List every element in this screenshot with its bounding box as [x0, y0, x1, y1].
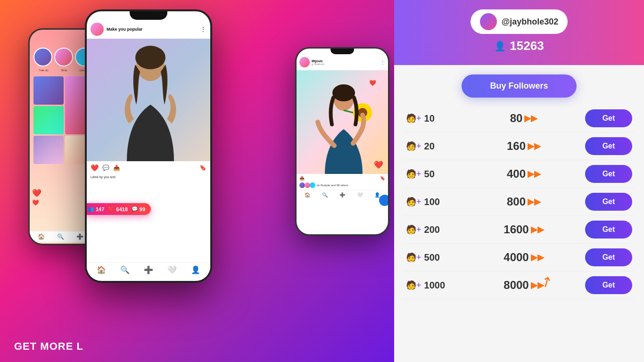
- package-row: 🧑+ 10 80 ▶▶ Get: [404, 105, 635, 132]
- price-number: 1600: [504, 223, 528, 236]
- count-number: 20: [424, 141, 435, 152]
- price-number: 400: [507, 167, 526, 181]
- price-col: 80 ▶▶: [462, 112, 585, 125]
- right-panel: @jaybhole302 👤 15263 Buy Followers 🧑+ 10…: [394, 0, 644, 362]
- right-liked: sh Rudyak and 98 others: [317, 184, 348, 187]
- stat-comments: 99: [140, 206, 145, 212]
- get-button[interactable]: Get: [585, 276, 632, 294]
- svg-point-2: [135, 46, 165, 69]
- person-add-icon: 🧑+: [406, 169, 421, 179]
- buy-followers-button[interactable]: Buy Followers: [462, 74, 576, 98]
- person-add-icon: 🧑+: [406, 224, 421, 235]
- package-count: 🧑+ 10: [406, 113, 462, 124]
- price-col: 400 ▶▶: [462, 167, 585, 181]
- package-count: 🧑+ 50: [406, 169, 462, 180]
- phone-main: Make you popular ⋮: [85, 9, 212, 283]
- package-row: 🧑+ 1000 8000 ▶▶ Get: [404, 272, 635, 299]
- price-number: 80: [510, 112, 523, 125]
- price-arrow-icon: ▶▶: [531, 224, 544, 235]
- price-col: 1600 ▶▶: [462, 223, 585, 236]
- price-col: 8000 ▶▶: [462, 279, 585, 292]
- package-row: 🧑+ 200 1600 ▶▶ Get: [404, 216, 635, 244]
- package-count: 🧑+ 1000: [406, 280, 462, 291]
- stats-bubble: 👥 147 ❤️ 6418 💬 99: [85, 203, 151, 215]
- price-arrow-icon: ▶▶: [524, 113, 537, 123]
- profile-username: @jaybhole302: [502, 17, 559, 27]
- follower-count: 15263: [510, 39, 544, 53]
- follower-count-row: 👤 15263: [494, 39, 544, 53]
- post-liked: Liked by you and: [87, 174, 210, 180]
- stat-followers: 147: [96, 206, 104, 212]
- get-button[interactable]: Get: [585, 137, 632, 155]
- svg-point-7: [332, 84, 355, 101]
- package-count: 🧑+ 100: [406, 197, 462, 207]
- right-header: @jaybhole302 👤 15263: [394, 0, 644, 65]
- right-phone-username: Mijovic: [312, 59, 324, 63]
- price-col: 4000 ▶▶: [462, 251, 585, 264]
- post-username: Make you popular: [107, 27, 143, 32]
- get-more-label: GET MORE L: [14, 340, 83, 353]
- count-number: 500: [424, 252, 440, 263]
- person-add-icon: 🧑+: [406, 197, 421, 207]
- left-panel: Fake city DiLite User2909 ❤️ ❤️: [0, 0, 394, 362]
- price-col: 800 ▶▶: [462, 195, 585, 208]
- price-col: 160 ▶▶: [462, 140, 585, 153]
- package-count: 🧑+ 20: [406, 141, 462, 152]
- get-button[interactable]: Get: [585, 193, 632, 211]
- count-number: 100: [424, 197, 440, 207]
- price-arrow-icon: ▶▶: [528, 141, 541, 151]
- packages-list: 🧑+ 10 80 ▶▶ Get 🧑+ 20 160 ▶▶ Get 🧑+ 50: [394, 102, 644, 299]
- person-add-icon: 🧑+: [406, 113, 421, 123]
- package-count: 🧑+ 500: [406, 252, 462, 263]
- profile-avatar: [480, 13, 497, 30]
- price-number: 4000: [504, 251, 528, 264]
- package-row: 🧑+ 50 400 ▶▶ Get: [404, 160, 635, 188]
- get-button[interactable]: Get: [585, 165, 632, 183]
- follower-icon: 👤: [494, 41, 506, 52]
- package-row: 🧑+ 100 800 ▶▶ Get: [404, 188, 635, 216]
- package-row: 🧑+ 500 4000 ▶▶ Get: [404, 244, 635, 272]
- package-count: 🧑+ 200: [406, 224, 462, 235]
- right-phone-location: g Stadium: [312, 63, 324, 66]
- person-add-icon: 🧑+: [406, 141, 421, 151]
- price-arrow-icon: ▶▶: [528, 197, 541, 207]
- price-arrow-icon: ▶▶: [531, 252, 544, 263]
- post-dots: ⋮: [200, 25, 206, 33]
- package-row: 🧑+ 20 160 ▶▶ Get: [404, 132, 635, 160]
- person-add-icon: 🧑+: [406, 280, 421, 290]
- price-arrow-icon: ▶▶: [528, 169, 541, 179]
- price-number: 800: [507, 195, 526, 208]
- get-button[interactable]: Get: [585, 109, 632, 127]
- get-button[interactable]: Get: [585, 248, 632, 266]
- stat-likes: 6418: [116, 206, 127, 212]
- count-number: 1000: [424, 280, 446, 291]
- price-number: 8000: [504, 279, 528, 292]
- get-button[interactable]: Get: [585, 221, 632, 239]
- profile-badge: @jaybhole302: [471, 9, 568, 34]
- count-number: 200: [424, 224, 440, 235]
- person-add-icon: 🧑+: [406, 252, 421, 263]
- price-number: 160: [507, 140, 526, 153]
- count-number: 50: [424, 169, 435, 180]
- count-number: 10: [424, 113, 435, 124]
- phone-right: Mijovic g Stadium ⋮: [295, 47, 389, 236]
